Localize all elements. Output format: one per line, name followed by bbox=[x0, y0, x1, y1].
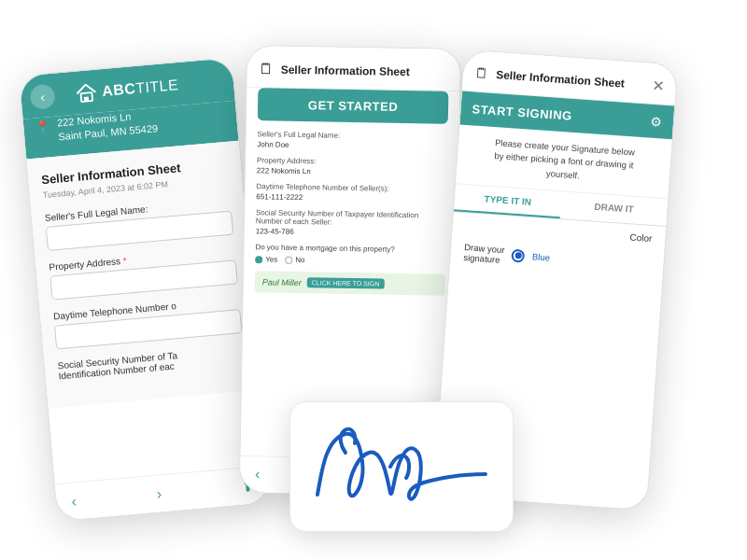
phone2-prev-button[interactable]: ‹ bbox=[255, 466, 261, 483]
phone1-back-button[interactable]: ‹ bbox=[30, 84, 56, 110]
back-icon: ‹ bbox=[40, 90, 46, 105]
phone1-prev-button[interactable]: ‹ bbox=[71, 493, 78, 510]
phone3-header-title: Seller Information Sheet bbox=[496, 68, 626, 91]
phone3-color-label: Color bbox=[629, 231, 653, 244]
phone2-row1-value: John Doe bbox=[257, 140, 447, 152]
phone3-close-button[interactable]: ✕ bbox=[652, 77, 665, 95]
phone1-body: Seller Information Sheet Tuesday, April … bbox=[26, 140, 260, 408]
phone1-field1: Seller's Full Legal Name: bbox=[44, 196, 233, 250]
phone2-mortgage-question: Do you have a mortgage on this property? bbox=[255, 243, 445, 255]
scene: ‹ ABCTITLE 📍 222 Nokomis Ln Saint Paul, … bbox=[19, 19, 728, 541]
house-icon bbox=[75, 83, 97, 104]
phone2-header-title: Seller Information Sheet bbox=[281, 63, 410, 78]
phone2-row2: Property Address: 222 Nokomis Ln bbox=[257, 156, 447, 178]
phone2-row1: Seller's Full Legal Name: John Doe bbox=[257, 130, 447, 152]
signature-preview-card bbox=[289, 401, 514, 532]
phone2-row2-value: 222 Nokomis Ln bbox=[257, 166, 447, 178]
phone1-field2: Property Address * bbox=[49, 245, 238, 300]
phone2-row4: Social Security Number of Taxpayer Ident… bbox=[256, 208, 446, 239]
phone2-form-content: Seller's Full Legal Name: John Doe Prope… bbox=[244, 130, 459, 296]
abc-title-logo: ABCTITLE bbox=[75, 76, 179, 104]
logo-text: ABCTITLE bbox=[101, 77, 178, 100]
signature-svg bbox=[299, 411, 504, 523]
phone3-doc-icon: 🗒 bbox=[474, 64, 489, 81]
phone2-row4-value: 123-45-786 bbox=[256, 227, 446, 239]
phone2-sig-button[interactable]: CLICK HERE TO SIGN bbox=[307, 277, 385, 288]
radio-yes-dot bbox=[255, 256, 262, 263]
start-signing-label: START SIGNING bbox=[472, 102, 572, 122]
phone2-sig-name: Paul Miller bbox=[262, 277, 302, 287]
phone3-header-left: 🗒 Seller Information Sheet bbox=[474, 64, 626, 91]
phone1-field4-label: Social Security Number of Ta Identificat… bbox=[57, 344, 245, 381]
phone1-field3: Daytime Telephone Number o bbox=[53, 295, 243, 349]
phone-abc-title: ‹ ABCTITLE 📍 222 Nokomis Ln Saint Paul, … bbox=[19, 57, 272, 522]
phone2-signature-area[interactable]: Paul Miller CLICK HERE TO SIGN bbox=[255, 271, 445, 296]
phone3-blue-label: Blue bbox=[532, 251, 551, 262]
phone2-radio-yes[interactable]: Yes bbox=[255, 255, 277, 263]
location-icon: 📍 bbox=[35, 119, 50, 133]
phone2-doc-icon: 🗒 bbox=[259, 61, 274, 77]
phone2-radio-no[interactable]: No bbox=[285, 256, 304, 264]
phone2-row3-value: 651-111-2222 bbox=[256, 192, 446, 204]
phone2-radio-row: Yes No bbox=[255, 255, 445, 267]
phone1-next-button[interactable]: › bbox=[156, 485, 162, 502]
radio-no-dot bbox=[285, 256, 292, 263]
get-started-button[interactable]: GET STARTED bbox=[258, 88, 449, 124]
settings-icon[interactable]: ⚙ bbox=[650, 114, 663, 130]
phone3-radio-blue[interactable] bbox=[512, 248, 526, 262]
phone2-row4-label: Social Security Number of Taxpayer Ident… bbox=[256, 208, 446, 229]
phone2-row3: Daytime Telephone Number of Seller(s): 6… bbox=[256, 182, 446, 204]
phone1-footer: ‹ › ⬆ bbox=[55, 465, 271, 521]
radio-blue-inner bbox=[514, 252, 521, 259]
svg-rect-1 bbox=[84, 96, 89, 101]
phone2-header: 🗒 Seller Information Sheet bbox=[247, 46, 460, 91]
phone3-draw-text: Draw yoursignature bbox=[463, 242, 505, 265]
phone1-field4: Social Security Number of Ta Identificat… bbox=[57, 344, 245, 381]
